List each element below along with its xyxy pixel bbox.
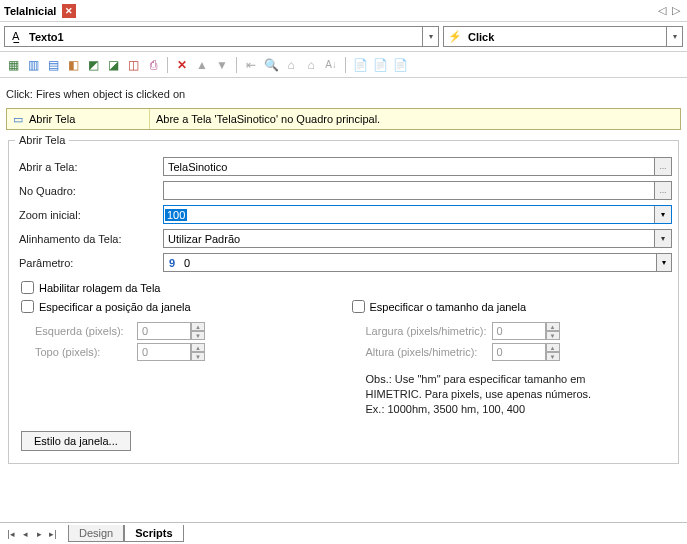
command-description: Abre a Tela 'TelaSinotico' no Quadro pri… xyxy=(149,109,680,129)
tool-8-icon[interactable]: ⎙ xyxy=(144,56,162,74)
spin-down-icon: ▼ xyxy=(546,331,560,340)
pos-title: Especificar a posição da janela xyxy=(39,301,191,313)
tam-title: Especificar o tamanho da janela xyxy=(370,301,527,313)
toolbar: ▦ ▥ ▤ ◧ ◩ ◪ ◫ ⎙ ✕ ▲ ▼ ⇤ 🔍 ⌂ ⌂ A↓ 📄 📄 📄 xyxy=(0,52,687,78)
object-selector-value: Texto1 xyxy=(27,31,422,43)
spin-down-icon: ▼ xyxy=(191,331,205,340)
tool-b-icon: ⌂ xyxy=(302,56,320,74)
especificar-posicao-checkbox[interactable]: Especificar a posição da janela xyxy=(21,298,336,319)
text-object-icon: A̲ xyxy=(8,29,24,45)
chevron-down-icon[interactable]: ▾ xyxy=(422,27,438,46)
label-topo: Topo (pixels): xyxy=(21,346,137,358)
topo-stepper: 0 ▲▼ xyxy=(137,343,205,361)
event-selector[interactable]: ⚡ Click ▾ xyxy=(443,26,683,47)
move-down-icon: ▼ xyxy=(213,56,231,74)
browse-button[interactable]: … xyxy=(654,182,671,199)
tool-1-icon[interactable]: ▦ xyxy=(4,56,22,74)
abrir-tela-field[interactable]: TelaSinotico … xyxy=(163,157,672,176)
largura-stepper: 0 ▲▼ xyxy=(492,322,560,340)
abrir-tela-value: TelaSinotico xyxy=(164,161,654,173)
tool-7-icon[interactable]: ◫ xyxy=(124,56,142,74)
label-largura: Largura (pixels/himetric): xyxy=(352,325,492,337)
spin-up-icon: ▲ xyxy=(191,343,205,352)
tab-next-icon[interactable]: ▸ xyxy=(32,529,46,539)
label-esquerda: Esquerda (pixels): xyxy=(21,325,137,337)
label-alinhamento: Alinhamento da Tela: xyxy=(15,233,163,245)
parametro-value: 0 xyxy=(180,257,656,269)
command-name: Abrir Tela xyxy=(29,113,149,125)
label-altura: Altura (pixels/himetric): xyxy=(352,346,492,358)
chevron-down-icon[interactable]: ▾ xyxy=(654,230,671,247)
topo-value: 0 xyxy=(137,343,191,361)
estilo-janela-button[interactable]: Estilo da janela... xyxy=(21,431,131,451)
tab-last-icon[interactable]: ▸| xyxy=(46,529,60,539)
obs-text: Obs.: Use "hm" para especificar tamanho … xyxy=(352,364,667,417)
command-row[interactable]: ▭ Abrir Tela Abre a Tela 'TelaSinotico' … xyxy=(6,108,681,130)
tab-scripts[interactable]: Scripts xyxy=(124,525,183,542)
tool-indent-icon: ⇤ xyxy=(242,56,260,74)
checkbox[interactable] xyxy=(21,281,34,294)
tool-2-icon[interactable]: ▥ xyxy=(24,56,42,74)
open-screen-group: Abrir Tela Abrir a Tela: TelaSinotico … … xyxy=(8,134,679,464)
tool-4-icon[interactable]: ◧ xyxy=(64,56,82,74)
tool-6-icon[interactable]: ◪ xyxy=(104,56,122,74)
zoom-field[interactable]: 100 ▾ xyxy=(163,205,672,224)
label-abrir: Abrir a Tela: xyxy=(15,161,163,173)
chevron-down-icon[interactable]: ▾ xyxy=(654,206,671,223)
label-quadro: No Quadro: xyxy=(15,185,163,197)
copy-icon[interactable]: 📄 xyxy=(351,56,369,74)
group-legend: Abrir Tela xyxy=(15,134,69,146)
event-help-text: Click: Fires when object is clicked on xyxy=(0,78,687,104)
label-parametro: Parâmetro: xyxy=(15,257,163,269)
altura-value: 0 xyxy=(492,343,546,361)
largura-value: 0 xyxy=(492,322,546,340)
tab-strip: |◂ ◂ ▸ ▸| Design Scripts xyxy=(0,522,687,544)
spin-down-icon: ▼ xyxy=(191,352,205,361)
nav-prev-icon[interactable]: ◁ xyxy=(655,4,669,17)
delete-icon[interactable]: ✕ xyxy=(173,56,191,74)
number-icon: 9 xyxy=(164,257,180,269)
esquerda-stepper: 0 ▲▼ xyxy=(137,322,205,340)
chevron-down-icon[interactable]: ▾ xyxy=(666,27,682,46)
tool-3-icon[interactable]: ▤ xyxy=(44,56,62,74)
spin-up-icon: ▲ xyxy=(546,343,560,352)
spin-down-icon: ▼ xyxy=(546,352,560,361)
habilitar-label: Habilitar rolagem da Tela xyxy=(39,282,160,294)
tab-prev-icon[interactable]: ◂ xyxy=(18,529,32,539)
alinhamento-field[interactable]: Utilizar Padrão ▾ xyxy=(163,229,672,248)
move-up-icon: ▲ xyxy=(193,56,211,74)
check-icon[interactable]: 📄 xyxy=(391,56,409,74)
paste-icon[interactable]: 📄 xyxy=(371,56,389,74)
habilitar-rolagem-checkbox[interactable]: Habilitar rolagem da Tela xyxy=(15,277,672,298)
spin-up-icon: ▲ xyxy=(546,322,560,331)
tool-a-icon: ⌂ xyxy=(282,56,300,74)
tab-first-icon[interactable]: |◂ xyxy=(4,529,18,539)
open-screen-icon: ▭ xyxy=(7,113,29,126)
checkbox[interactable] xyxy=(21,300,34,313)
zoom-value: 100 xyxy=(165,209,187,221)
quadro-field[interactable]: … xyxy=(163,181,672,200)
find-icon[interactable]: 🔍 xyxy=(262,56,280,74)
lightning-icon: ⚡ xyxy=(447,29,463,45)
esquerda-value: 0 xyxy=(137,322,191,340)
tool-5-icon[interactable]: ◩ xyxy=(84,56,102,74)
especificar-tamanho-checkbox[interactable]: Especificar o tamanho da janela xyxy=(352,298,667,319)
tab-design[interactable]: Design xyxy=(68,525,124,542)
close-icon[interactable]: ✕ xyxy=(62,4,76,18)
alinhamento-value: Utilizar Padrão xyxy=(164,233,654,245)
spin-up-icon: ▲ xyxy=(191,322,205,331)
label-zoom: Zoom inicial: xyxy=(15,209,163,221)
tool-c-icon: A↓ xyxy=(322,56,340,74)
altura-stepper: 0 ▲▼ xyxy=(492,343,560,361)
browse-button[interactable]: … xyxy=(654,158,671,175)
nav-next-icon[interactable]: ▷ xyxy=(669,4,683,17)
window-title: TelaInicial xyxy=(4,5,56,17)
parametro-field[interactable]: 9 0 ▾ xyxy=(163,253,672,272)
object-selector[interactable]: A̲ Texto1 ▾ xyxy=(4,26,439,47)
checkbox[interactable] xyxy=(352,300,365,313)
event-selector-value: Click xyxy=(466,31,666,43)
dropdown-button[interactable]: ▾ xyxy=(656,254,671,271)
